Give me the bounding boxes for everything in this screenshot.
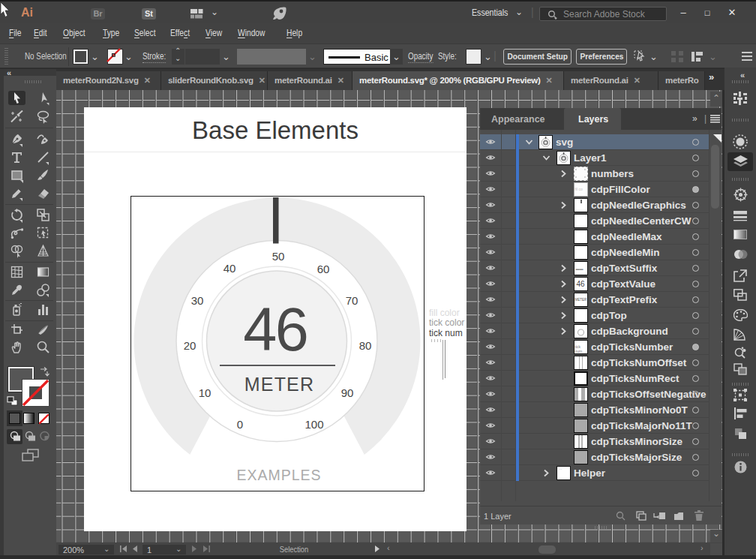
svg-text:40: 40	[224, 262, 236, 275]
svg-text:METER: METER	[244, 374, 315, 395]
svg-text:30: 30	[191, 294, 204, 307]
svg-text:0: 0	[237, 418, 243, 431]
svg-text:20: 20	[184, 339, 196, 352]
svg-text:80: 80	[359, 339, 372, 352]
svg-text:90: 90	[341, 386, 354, 399]
svg-text:EXAMPLES: EXAMPLES	[236, 467, 321, 483]
svg-text:46: 46	[243, 296, 307, 363]
svg-text:60: 60	[317, 263, 330, 275]
svg-text:100: 100	[304, 418, 323, 431]
svg-text:10: 10	[199, 386, 212, 399]
svg-text:70: 70	[346, 294, 358, 307]
svg-text:50: 50	[272, 250, 285, 263]
